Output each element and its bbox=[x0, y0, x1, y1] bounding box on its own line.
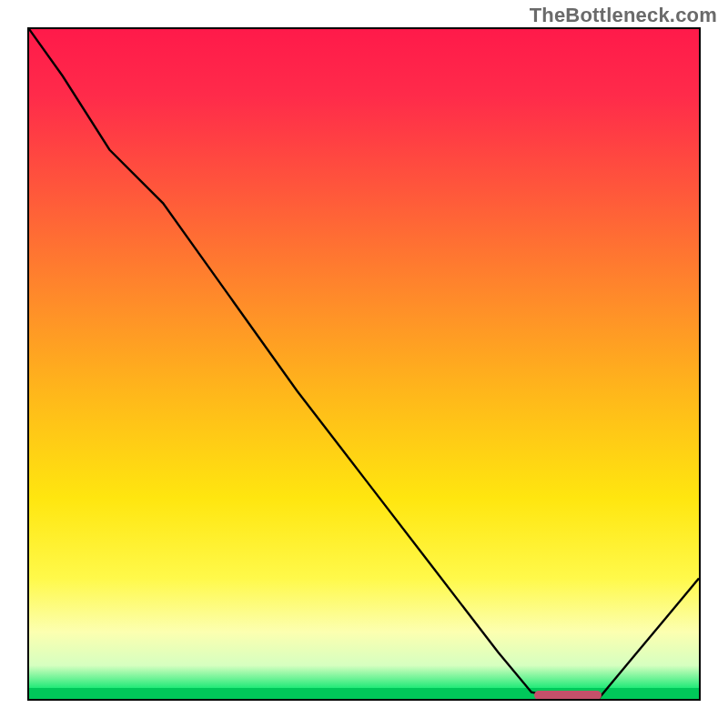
bottleneck-curve bbox=[29, 29, 699, 699]
chart-frame bbox=[27, 27, 701, 701]
curve-svg bbox=[29, 29, 699, 699]
optimal-point-marker bbox=[534, 691, 602, 700]
watermark-text: TheBottleneck.com bbox=[530, 4, 717, 27]
